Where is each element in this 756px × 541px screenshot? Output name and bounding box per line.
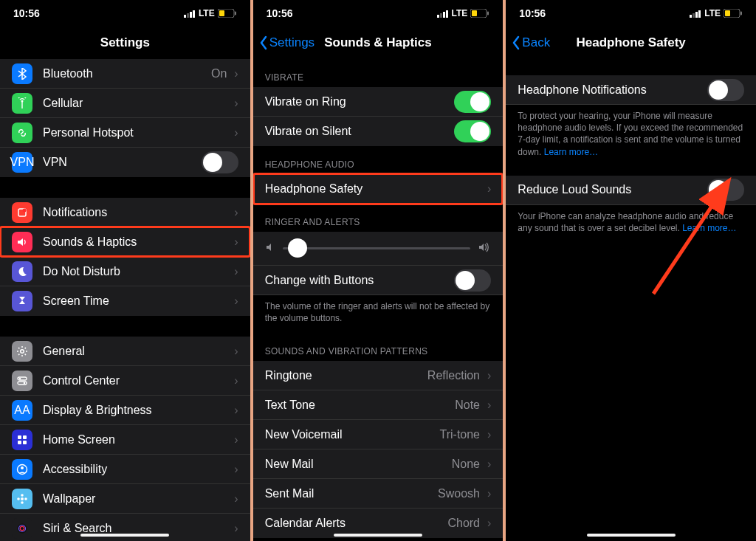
svg-point-10 bbox=[21, 349, 24, 353]
back-button[interactable]: Settings bbox=[259, 35, 315, 50]
row-label: General bbox=[43, 345, 230, 358]
reduce-loud-footer: Your iPhone can analyze headphone audio … bbox=[506, 205, 756, 243]
grid-icon bbox=[12, 430, 32, 450]
chevron-right-icon: › bbox=[234, 404, 238, 417]
toggle[interactable] bbox=[454, 120, 491, 142]
back-button[interactable]: Back bbox=[512, 35, 550, 50]
back-label: Back bbox=[522, 35, 550, 50]
network-label: LTE bbox=[704, 8, 721, 18]
settings-row[interactable]: Do Not Disturb› bbox=[0, 257, 250, 286]
network-label: LTE bbox=[452, 8, 468, 18]
svg-point-21 bbox=[21, 497, 24, 500]
toggle[interactable] bbox=[202, 151, 238, 173]
row-label: Accessibility bbox=[43, 463, 230, 476]
volume-slider[interactable] bbox=[283, 247, 471, 249]
siri-icon bbox=[12, 518, 32, 539]
chevron-right-icon: › bbox=[487, 428, 491, 441]
settings-row[interactable]: Headphone Safety› bbox=[253, 174, 504, 204]
headphone-notifications-toggle[interactable] bbox=[707, 79, 744, 101]
settings-row[interactable]: AADisplay & Brightness› bbox=[0, 396, 250, 425]
volume-slider-row[interactable] bbox=[253, 232, 504, 266]
learn-more-link[interactable]: Learn more… bbox=[682, 223, 736, 233]
settings-row[interactable]: Sounds & Haptics› bbox=[0, 227, 250, 257]
chevron-right-icon: › bbox=[487, 399, 491, 412]
chevron-right-icon: › bbox=[487, 182, 491, 196]
signal-icon bbox=[690, 10, 701, 18]
home-indicator[interactable] bbox=[587, 534, 676, 537]
home-indicator[interactable] bbox=[80, 534, 169, 537]
settings-row[interactable]: New MailNone› bbox=[253, 449, 504, 479]
chevron-right-icon: › bbox=[234, 126, 238, 139]
settings-row[interactable]: BluetoothOn› bbox=[0, 59, 250, 89]
row-label: Siri & Search bbox=[43, 522, 230, 535]
change-buttons-footer: The volume of the ringer and alerts will… bbox=[253, 295, 504, 333]
chevron-right-icon: › bbox=[234, 522, 238, 535]
signal-icon bbox=[437, 10, 449, 18]
toggle[interactable] bbox=[454, 91, 491, 113]
svg-rect-31 bbox=[437, 15, 439, 18]
settings-row[interactable]: Text ToneNote› bbox=[253, 390, 504, 420]
chevron-left-icon bbox=[512, 35, 520, 50]
volume-high-icon bbox=[478, 242, 491, 255]
chevron-right-icon: › bbox=[234, 374, 238, 387]
settings-row[interactable]: Siri & Search› bbox=[0, 514, 250, 541]
settings-row[interactable]: Wallpaper› bbox=[0, 484, 250, 514]
learn-more-link[interactable]: Learn more… bbox=[544, 147, 598, 157]
row-label: Calendar Alerts bbox=[265, 517, 448, 530]
svg-rect-6 bbox=[235, 12, 236, 15]
settings-row[interactable]: Vibrate on Ring bbox=[253, 87, 504, 117]
headphone-notifications-row[interactable]: Headphone Notifications bbox=[506, 75, 756, 105]
change-with-buttons-toggle[interactable] bbox=[454, 269, 491, 292]
settings-row[interactable]: General› bbox=[0, 337, 250, 366]
settings-row[interactable]: Home Screen› bbox=[0, 425, 250, 455]
svg-rect-32 bbox=[440, 13, 442, 18]
row-label: Sent Mail bbox=[265, 487, 438, 500]
row-label: Personal Hotspot bbox=[43, 126, 230, 139]
switches-icon bbox=[12, 371, 32, 391]
clock: 10:56 bbox=[13, 7, 40, 19]
reduce-loud-sounds-row[interactable]: Reduce Loud Sounds bbox=[506, 176, 756, 205]
chevron-right-icon: › bbox=[487, 487, 491, 500]
row-label: Reduce Loud Sounds bbox=[518, 183, 707, 196]
chevron-right-icon: › bbox=[234, 345, 238, 358]
vpn-icon: VPN bbox=[12, 152, 32, 173]
row-detail: Chord bbox=[447, 517, 480, 530]
settings-row[interactable]: Accessibility› bbox=[0, 455, 250, 484]
svg-point-12 bbox=[19, 377, 21, 379]
sounds-haptics-screen: 10:56 LTE Settings Sounds & Haptics VIBR… bbox=[253, 0, 504, 541]
slider-thumb[interactable] bbox=[288, 238, 307, 258]
svg-point-24 bbox=[17, 497, 20, 500]
svg-point-25 bbox=[24, 497, 27, 500]
settings-row[interactable]: Cellular› bbox=[0, 89, 250, 118]
group-header-sounds-patterns: SOUNDS AND VIBRATION PATTERNS bbox=[253, 333, 504, 361]
row-label: New Voicemail bbox=[265, 428, 440, 441]
home-indicator[interactable] bbox=[334, 534, 422, 537]
headphone-notifications-footer: To protect your hearing, your iPhone wil… bbox=[506, 105, 756, 167]
headphone-safety-screen: 10:56 LTE Back Headphone Safety Headphon… bbox=[506, 0, 756, 541]
bell-icon bbox=[12, 202, 32, 223]
settings-row[interactable]: Screen Time› bbox=[0, 286, 250, 316]
row-label: Vibrate on Silent bbox=[265, 125, 455, 138]
settings-row[interactable]: Control Center› bbox=[0, 366, 250, 396]
settings-row[interactable]: Personal Hotspot› bbox=[0, 118, 250, 148]
nav-bar: Back Headphone Safety bbox=[506, 27, 756, 59]
settings-row[interactable]: Vibrate on Silent bbox=[253, 117, 504, 146]
svg-rect-40 bbox=[695, 12, 698, 18]
settings-row[interactable]: RingtoneReflection› bbox=[253, 361, 504, 390]
reduce-loud-sounds-toggle[interactable] bbox=[707, 179, 744, 201]
row-detail: Reflection bbox=[427, 369, 480, 382]
svg-rect-17 bbox=[18, 441, 21, 444]
chevron-right-icon: › bbox=[234, 463, 238, 476]
svg-rect-1 bbox=[187, 13, 189, 18]
battery-icon bbox=[218, 9, 237, 18]
svg-rect-43 bbox=[725, 10, 730, 16]
change-with-buttons-row[interactable]: Change with Buttons bbox=[253, 266, 504, 295]
settings-row[interactable]: New VoicemailTri-tone› bbox=[253, 420, 504, 449]
svg-rect-41 bbox=[698, 10, 701, 18]
svg-rect-16 bbox=[23, 435, 27, 439]
settings-row[interactable]: VPNVPN bbox=[0, 148, 250, 177]
settings-row[interactable]: Notifications› bbox=[0, 198, 250, 227]
svg-rect-3 bbox=[193, 10, 195, 18]
row-label: VPN bbox=[43, 156, 202, 169]
settings-row[interactable]: Sent MailSwoosh› bbox=[253, 479, 504, 509]
